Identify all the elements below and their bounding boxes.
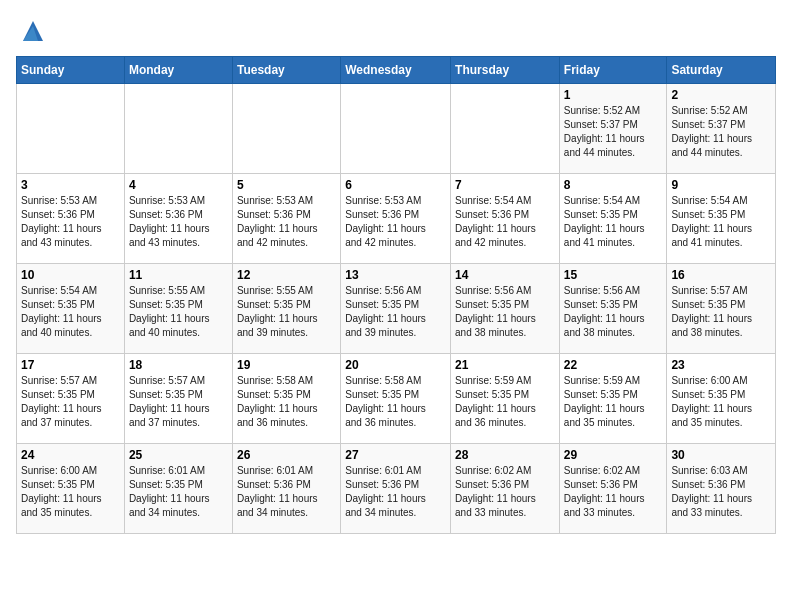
calendar-week: 3Sunrise: 5:53 AM Sunset: 5:36 PM Daylig… (17, 174, 776, 264)
day-info: Sunrise: 6:01 AM Sunset: 5:35 PM Dayligh… (129, 464, 228, 520)
day-info: Sunrise: 5:54 AM Sunset: 5:35 PM Dayligh… (21, 284, 120, 340)
calendar-cell: 17Sunrise: 5:57 AM Sunset: 5:35 PM Dayli… (17, 354, 125, 444)
day-number: 16 (671, 268, 771, 282)
day-info: Sunrise: 5:53 AM Sunset: 5:36 PM Dayligh… (345, 194, 446, 250)
calendar-cell: 26Sunrise: 6:01 AM Sunset: 5:36 PM Dayli… (232, 444, 340, 534)
day-info: Sunrise: 5:57 AM Sunset: 5:35 PM Dayligh… (129, 374, 228, 430)
day-number: 14 (455, 268, 555, 282)
calendar-cell: 8Sunrise: 5:54 AM Sunset: 5:35 PM Daylig… (559, 174, 667, 264)
day-info: Sunrise: 6:00 AM Sunset: 5:35 PM Dayligh… (671, 374, 771, 430)
calendar-cell: 16Sunrise: 5:57 AM Sunset: 5:35 PM Dayli… (667, 264, 776, 354)
calendar-cell: 11Sunrise: 5:55 AM Sunset: 5:35 PM Dayli… (124, 264, 232, 354)
day-info: Sunrise: 5:58 AM Sunset: 5:35 PM Dayligh… (345, 374, 446, 430)
calendar-cell (124, 84, 232, 174)
weekday-header: Wednesday (341, 57, 451, 84)
day-info: Sunrise: 5:52 AM Sunset: 5:37 PM Dayligh… (564, 104, 663, 160)
day-info: Sunrise: 6:00 AM Sunset: 5:35 PM Dayligh… (21, 464, 120, 520)
calendar-week: 24Sunrise: 6:00 AM Sunset: 5:35 PM Dayli… (17, 444, 776, 534)
calendar-cell: 10Sunrise: 5:54 AM Sunset: 5:35 PM Dayli… (17, 264, 125, 354)
day-number: 5 (237, 178, 336, 192)
calendar-week: 1Sunrise: 5:52 AM Sunset: 5:37 PM Daylig… (17, 84, 776, 174)
calendar-cell: 12Sunrise: 5:55 AM Sunset: 5:35 PM Dayli… (232, 264, 340, 354)
weekday-header: Monday (124, 57, 232, 84)
day-number: 15 (564, 268, 663, 282)
calendar-cell: 19Sunrise: 5:58 AM Sunset: 5:35 PM Dayli… (232, 354, 340, 444)
calendar-header: SundayMondayTuesdayWednesdayThursdayFrid… (17, 57, 776, 84)
day-info: Sunrise: 5:56 AM Sunset: 5:35 PM Dayligh… (564, 284, 663, 340)
calendar-cell: 7Sunrise: 5:54 AM Sunset: 5:36 PM Daylig… (451, 174, 560, 264)
day-number: 20 (345, 358, 446, 372)
calendar-cell: 25Sunrise: 6:01 AM Sunset: 5:35 PM Dayli… (124, 444, 232, 534)
day-number: 8 (564, 178, 663, 192)
day-number: 13 (345, 268, 446, 282)
calendar-cell: 22Sunrise: 5:59 AM Sunset: 5:35 PM Dayli… (559, 354, 667, 444)
day-number: 30 (671, 448, 771, 462)
day-info: Sunrise: 5:55 AM Sunset: 5:35 PM Dayligh… (237, 284, 336, 340)
calendar-cell: 18Sunrise: 5:57 AM Sunset: 5:35 PM Dayli… (124, 354, 232, 444)
logo (16, 16, 48, 46)
day-info: Sunrise: 5:53 AM Sunset: 5:36 PM Dayligh… (21, 194, 120, 250)
calendar-cell: 24Sunrise: 6:00 AM Sunset: 5:35 PM Dayli… (17, 444, 125, 534)
day-number: 17 (21, 358, 120, 372)
day-info: Sunrise: 5:59 AM Sunset: 5:35 PM Dayligh… (455, 374, 555, 430)
day-info: Sunrise: 5:57 AM Sunset: 5:35 PM Dayligh… (21, 374, 120, 430)
day-number: 28 (455, 448, 555, 462)
weekday-header: Thursday (451, 57, 560, 84)
calendar-cell: 20Sunrise: 5:58 AM Sunset: 5:35 PM Dayli… (341, 354, 451, 444)
calendar-cell: 1Sunrise: 5:52 AM Sunset: 5:37 PM Daylig… (559, 84, 667, 174)
calendar-cell: 27Sunrise: 6:01 AM Sunset: 5:36 PM Dayli… (341, 444, 451, 534)
calendar-cell (232, 84, 340, 174)
calendar-cell: 14Sunrise: 5:56 AM Sunset: 5:35 PM Dayli… (451, 264, 560, 354)
day-info: Sunrise: 5:53 AM Sunset: 5:36 PM Dayligh… (237, 194, 336, 250)
day-info: Sunrise: 5:57 AM Sunset: 5:35 PM Dayligh… (671, 284, 771, 340)
day-number: 9 (671, 178, 771, 192)
calendar-cell: 9Sunrise: 5:54 AM Sunset: 5:35 PM Daylig… (667, 174, 776, 264)
calendar-cell: 15Sunrise: 5:56 AM Sunset: 5:35 PM Dayli… (559, 264, 667, 354)
day-number: 6 (345, 178, 446, 192)
day-number: 2 (671, 88, 771, 102)
day-info: Sunrise: 6:01 AM Sunset: 5:36 PM Dayligh… (237, 464, 336, 520)
day-number: 19 (237, 358, 336, 372)
calendar-cell: 23Sunrise: 6:00 AM Sunset: 5:35 PM Dayli… (667, 354, 776, 444)
day-info: Sunrise: 5:52 AM Sunset: 5:37 PM Dayligh… (671, 104, 771, 160)
day-info: Sunrise: 6:02 AM Sunset: 5:36 PM Dayligh… (564, 464, 663, 520)
day-number: 21 (455, 358, 555, 372)
day-info: Sunrise: 5:54 AM Sunset: 5:35 PM Dayligh… (564, 194, 663, 250)
day-info: Sunrise: 6:02 AM Sunset: 5:36 PM Dayligh… (455, 464, 555, 520)
weekday-header: Sunday (17, 57, 125, 84)
day-number: 3 (21, 178, 120, 192)
calendar-cell: 2Sunrise: 5:52 AM Sunset: 5:37 PM Daylig… (667, 84, 776, 174)
day-number: 26 (237, 448, 336, 462)
day-info: Sunrise: 6:03 AM Sunset: 5:36 PM Dayligh… (671, 464, 771, 520)
calendar-cell: 28Sunrise: 6:02 AM Sunset: 5:36 PM Dayli… (451, 444, 560, 534)
calendar-cell (17, 84, 125, 174)
calendar-cell: 6Sunrise: 5:53 AM Sunset: 5:36 PM Daylig… (341, 174, 451, 264)
day-number: 24 (21, 448, 120, 462)
day-number: 18 (129, 358, 228, 372)
day-info: Sunrise: 5:56 AM Sunset: 5:35 PM Dayligh… (345, 284, 446, 340)
calendar-week: 10Sunrise: 5:54 AM Sunset: 5:35 PM Dayli… (17, 264, 776, 354)
day-number: 22 (564, 358, 663, 372)
weekday-header: Friday (559, 57, 667, 84)
day-info: Sunrise: 5:59 AM Sunset: 5:35 PM Dayligh… (564, 374, 663, 430)
weekday-header: Saturday (667, 57, 776, 84)
calendar-cell: 5Sunrise: 5:53 AM Sunset: 5:36 PM Daylig… (232, 174, 340, 264)
page-header (16, 16, 776, 46)
calendar-cell (451, 84, 560, 174)
day-info: Sunrise: 5:54 AM Sunset: 5:36 PM Dayligh… (455, 194, 555, 250)
calendar-table: SundayMondayTuesdayWednesdayThursdayFrid… (16, 56, 776, 534)
day-number: 1 (564, 88, 663, 102)
calendar-cell: 13Sunrise: 5:56 AM Sunset: 5:35 PM Dayli… (341, 264, 451, 354)
day-info: Sunrise: 5:55 AM Sunset: 5:35 PM Dayligh… (129, 284, 228, 340)
day-info: Sunrise: 5:56 AM Sunset: 5:35 PM Dayligh… (455, 284, 555, 340)
calendar-cell: 3Sunrise: 5:53 AM Sunset: 5:36 PM Daylig… (17, 174, 125, 264)
calendar-cell: 4Sunrise: 5:53 AM Sunset: 5:36 PM Daylig… (124, 174, 232, 264)
day-number: 27 (345, 448, 446, 462)
day-info: Sunrise: 5:54 AM Sunset: 5:35 PM Dayligh… (671, 194, 771, 250)
day-number: 29 (564, 448, 663, 462)
day-number: 10 (21, 268, 120, 282)
calendar-week: 17Sunrise: 5:57 AM Sunset: 5:35 PM Dayli… (17, 354, 776, 444)
calendar-cell: 21Sunrise: 5:59 AM Sunset: 5:35 PM Dayli… (451, 354, 560, 444)
calendar-cell: 29Sunrise: 6:02 AM Sunset: 5:36 PM Dayli… (559, 444, 667, 534)
day-number: 25 (129, 448, 228, 462)
